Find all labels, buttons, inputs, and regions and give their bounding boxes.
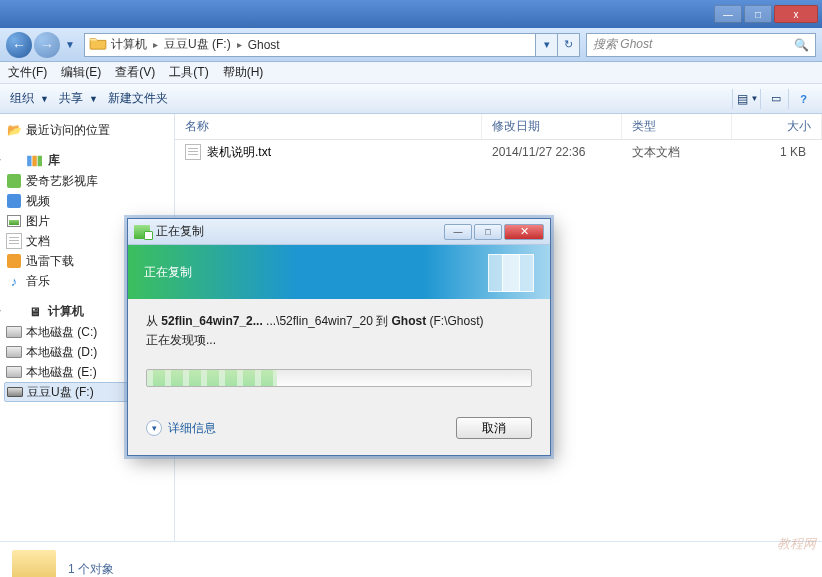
- nav-back-button[interactable]: ←: [6, 32, 32, 58]
- sidebar-item-label: 爱奇艺影视库: [26, 173, 98, 190]
- breadcrumb-separator[interactable]: ▸: [235, 39, 244, 50]
- toolbar-newfolder[interactable]: 新建文件夹: [108, 90, 168, 107]
- toolbar-view-button[interactable]: ▤ ▼: [732, 89, 756, 109]
- library-icon: [6, 253, 22, 269]
- svg-rect-2: [38, 155, 42, 166]
- copy-progress-fill: [147, 370, 277, 386]
- sidebar-item-label: 本地磁盘 (C:): [26, 324, 97, 341]
- dialog-banner-text: 正在复制: [144, 264, 192, 281]
- sidebar-library-item[interactable]: 爱奇艺影视库: [4, 171, 170, 191]
- file-name: 装机说明.txt: [207, 144, 271, 161]
- library-icon: [6, 233, 22, 249]
- copy-dialog: 正在复制 — □ ✕ 正在复制 从 52flin_64win7_2... ...…: [127, 218, 551, 456]
- sidebar-item-label: 图片: [26, 213, 50, 230]
- sidebar-item-label: 迅雷下载: [26, 253, 74, 270]
- address-dropdown-button[interactable]: ▾: [536, 33, 558, 57]
- sidebar-item-label: 豆豆U盘 (F:): [27, 384, 94, 401]
- details-text: 1 个对象: [68, 561, 114, 577]
- window-maximize-button[interactable]: □: [744, 5, 772, 23]
- toolbar-help-button[interactable]: ?: [788, 89, 812, 109]
- file-row[interactable]: 装机说明.txt2014/11/27 22:36文本文档1 KB: [175, 140, 822, 164]
- nav-history-dropdown[interactable]: ▼: [62, 32, 78, 58]
- column-header-size[interactable]: 大小: [732, 114, 822, 139]
- sidebar-item-label: 文档: [26, 233, 50, 250]
- drive-icon: [6, 344, 22, 360]
- copy-source-dest-line: 从 52flin_64win7_2... ...\52flin_64win7_2…: [146, 313, 532, 330]
- breadcrumb-separator[interactable]: ▸: [151, 39, 160, 50]
- column-header-type[interactable]: 类型: [622, 114, 732, 139]
- drive-icon: [7, 384, 23, 400]
- toolbar-share-dropdown[interactable]: ▼: [89, 94, 98, 104]
- search-input[interactable]: 搜索 Ghost 🔍: [586, 33, 816, 57]
- menu-bar: 文件(F) 编辑(E) 查看(V) 工具(T) 帮助(H): [0, 62, 822, 84]
- expand-icon[interactable]: ▾: [0, 156, 1, 166]
- nav-forward-button[interactable]: →: [34, 32, 60, 58]
- file-size: 1 KB: [732, 145, 822, 159]
- column-headers: 名称 修改日期 类型 大小: [175, 114, 822, 140]
- sidebar-item-label: 本地磁盘 (D:): [26, 344, 97, 361]
- breadcrumb-item[interactable]: Ghost: [244, 34, 284, 56]
- dialog-close-button[interactable]: ✕: [504, 224, 544, 240]
- menu-tools[interactable]: 工具(T): [169, 64, 208, 81]
- dialog-titlebar[interactable]: 正在复制 — □ ✕: [128, 219, 550, 245]
- sidebar-library-item[interactable]: 视频: [4, 191, 170, 211]
- sidebar-item-label: 视频: [26, 193, 50, 210]
- refresh-button[interactable]: ↻: [558, 33, 580, 57]
- copy-dialog-icon: [134, 225, 150, 239]
- library-icon: [6, 173, 22, 189]
- sidebar-recent-places[interactable]: 📂 最近访问的位置: [4, 120, 170, 140]
- breadcrumb-item[interactable]: 豆豆U盘 (F:): [160, 34, 235, 56]
- libraries-icon: [26, 153, 44, 169]
- library-icon: [6, 213, 22, 229]
- gho-folder-icon: GHO: [12, 550, 56, 578]
- toolbar-preview-button[interactable]: ▭: [760, 89, 784, 109]
- recent-places-icon: 📂: [6, 122, 22, 138]
- search-placeholder: 搜索 Ghost: [593, 36, 652, 53]
- sidebar-item-label: 音乐: [26, 273, 50, 290]
- copy-discovering-text: 正在发现项...: [146, 332, 532, 349]
- drive-icon: [6, 364, 22, 380]
- sidebar-item-label: 最近访问的位置: [26, 122, 110, 139]
- computer-icon: 🖥: [26, 304, 44, 320]
- menu-edit[interactable]: 编辑(E): [61, 64, 101, 81]
- window-close-button[interactable]: x: [774, 5, 818, 23]
- copy-pages-icon: [488, 254, 536, 290]
- toolbar-organize[interactable]: 组织: [10, 90, 34, 107]
- search-icon[interactable]: 🔍: [794, 38, 809, 52]
- sidebar-libraries-group[interactable]: ▾ 库: [4, 152, 170, 169]
- drive-icon: [6, 324, 22, 340]
- sidebar-group-label: 库: [48, 152, 60, 169]
- text-file-icon: [185, 144, 201, 160]
- column-header-name[interactable]: 名称: [175, 114, 482, 139]
- address-bar[interactable]: 计算机 ▸ 豆豆U盘 (F:) ▸ Ghost: [84, 33, 536, 57]
- toolbar-organize-dropdown[interactable]: ▼: [40, 94, 49, 104]
- window-minimize-button[interactable]: —: [714, 5, 742, 23]
- library-icon: [6, 193, 22, 209]
- navigation-bar: ← → ▼ 计算机 ▸ 豆豆U盘 (F:) ▸ Ghost ▾ ↻ 搜索 Gho…: [0, 28, 822, 62]
- dialog-minimize-button[interactable]: —: [444, 224, 472, 240]
- svg-rect-1: [32, 155, 36, 166]
- library-icon: ♪: [6, 273, 22, 289]
- dialog-title: 正在复制: [156, 223, 204, 240]
- copy-cancel-button[interactable]: 取消: [456, 417, 532, 439]
- menu-view[interactable]: 查看(V): [115, 64, 155, 81]
- folder-icon: [89, 36, 107, 53]
- explorer-toolbar: 组织 ▼ 共享 ▼ 新建文件夹 ▤ ▼ ▭ ?: [0, 84, 822, 114]
- copy-more-info-toggle[interactable]: ▾ 详细信息: [146, 420, 216, 437]
- file-date: 2014/11/27 22:36: [482, 145, 622, 159]
- sidebar-item-label: 本地磁盘 (E:): [26, 364, 97, 381]
- more-info-label: 详细信息: [168, 420, 216, 437]
- chevron-down-icon: ▾: [146, 420, 162, 436]
- toolbar-share[interactable]: 共享: [59, 90, 83, 107]
- dialog-maximize-button[interactable]: □: [474, 224, 502, 240]
- dialog-banner: 正在复制: [128, 245, 550, 299]
- breadcrumb-item[interactable]: 计算机: [107, 34, 151, 56]
- menu-file[interactable]: 文件(F): [8, 64, 47, 81]
- window-titlebar: — □ x: [0, 0, 822, 28]
- expand-icon[interactable]: ▾: [0, 307, 1, 317]
- menu-help[interactable]: 帮助(H): [223, 64, 264, 81]
- column-header-date[interactable]: 修改日期: [482, 114, 622, 139]
- file-type: 文本文档: [622, 144, 732, 161]
- copy-progress-bar: [146, 369, 532, 387]
- svg-rect-0: [27, 155, 31, 166]
